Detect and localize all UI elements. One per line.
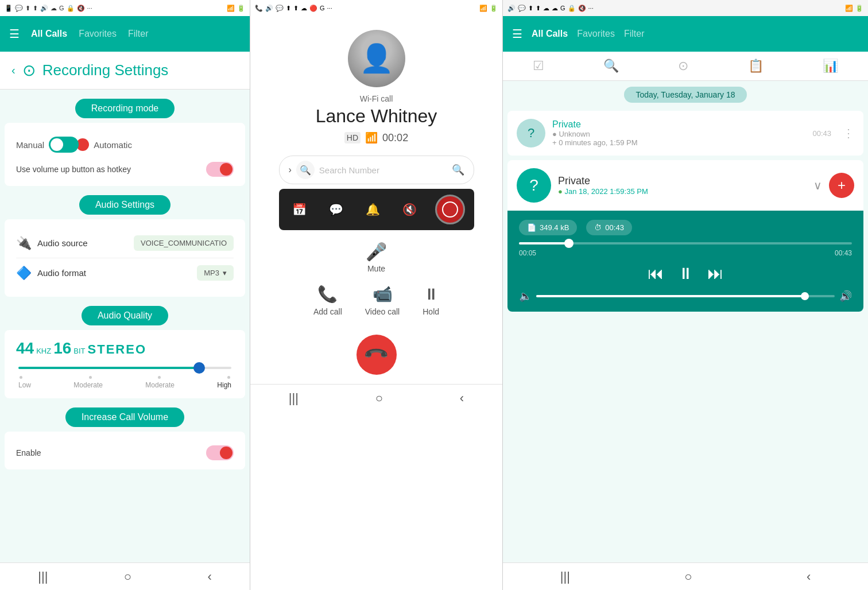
- search-bar[interactable]: › 🔍 Search Number 🔍: [279, 156, 474, 184]
- end-call-button[interactable]: 📞: [356, 335, 397, 375]
- tab-all-calls-p3[interactable]: All Calls: [532, 29, 568, 39]
- call-actions: 📞 Add call 📹 Video call ⏸ Hold: [313, 285, 439, 316]
- chevron-down-icon[interactable]: ∨: [813, 178, 822, 192]
- rec-icon-p2: 🔴: [309, 5, 317, 12]
- slider-thumb[interactable]: [193, 362, 205, 374]
- circle-filter-icon[interactable]: ⊙: [678, 59, 688, 73]
- audio-source-label: Audio source: [37, 238, 88, 248]
- audio-settings-chip[interactable]: Audio Settings: [79, 195, 170, 215]
- search-input[interactable]: Search Number: [319, 165, 447, 175]
- audio-source-value[interactable]: VOICE_COMMUNICATIO: [134, 235, 234, 251]
- upload2-icon: ⬆: [33, 5, 38, 12]
- audio-quality-chip[interactable]: Audio Quality: [82, 306, 168, 325]
- slider-track[interactable]: [18, 367, 231, 369]
- search-circle[interactable]: 🔍: [296, 161, 315, 179]
- signal-icon: 📱: [5, 5, 13, 12]
- search-end-icon[interactable]: 🔍: [452, 164, 464, 176]
- progress-thumb[interactable]: [564, 239, 574, 248]
- audio-format-icon: 🔷: [16, 266, 32, 281]
- search-filter-icon[interactable]: 🔍: [603, 59, 619, 73]
- nav-home-icon[interactable]: ○: [124, 569, 131, 584]
- volume-thumb[interactable]: [801, 292, 809, 300]
- hotkey-row: Use volume up button as hotkey: [16, 157, 234, 177]
- call-more-icon[interactable]: ⋮: [843, 126, 854, 140]
- search-icon[interactable]: 🔍: [300, 165, 311, 176]
- search-chevron-icon[interactable]: ›: [289, 165, 292, 175]
- bottom-nav-panel1: ||| ○ ‹: [0, 562, 250, 590]
- call-info: Private ● Unknown + 0 minutes ago, 1:59 …: [552, 119, 805, 147]
- upload2-icon-p2: ⬆: [293, 5, 299, 12]
- audio-format-select[interactable]: MP3 ▾: [197, 265, 234, 281]
- end-time: 00:43: [835, 249, 852, 257]
- label-moderate1: Moderate: [73, 381, 103, 389]
- rewind-button[interactable]: ⏮: [648, 264, 664, 283]
- calendar-button[interactable]: 📅: [288, 198, 311, 221]
- calendar-icon: 📅: [292, 203, 307, 216]
- nav-recent-icon[interactable]: |||: [38, 569, 48, 584]
- quality-slider[interactable]: Low Moderate Moderate High: [16, 367, 234, 389]
- manual-label: Manual: [16, 140, 44, 150]
- manual-auto-toggle[interactable]: [49, 137, 89, 153]
- enable-toggle[interactable]: [206, 445, 234, 460]
- nav-recent-p3[interactable]: |||: [560, 569, 570, 584]
- increase-call-volume-card: Enable: [5, 432, 245, 469]
- chart-filter-icon[interactable]: 📊: [823, 59, 838, 73]
- add-call-button[interactable]: 📞 Add call: [313, 285, 342, 316]
- recording-settings-header: ‹ ⊙ Recording Settings: [0, 52, 250, 90]
- clock-icon: ⏱: [594, 223, 602, 232]
- recording-mode-chip[interactable]: Recording mode: [75, 99, 175, 118]
- pause-button[interactable]: ⏸: [677, 264, 693, 283]
- player-progress-bar[interactable]: [519, 242, 852, 244]
- battery-icon: 🔋: [237, 5, 245, 12]
- tab-filter[interactable]: Filter: [128, 29, 149, 39]
- copy-filter-icon[interactable]: 📋: [748, 59, 764, 73]
- back-button[interactable]: ‹: [11, 64, 16, 77]
- message-button[interactable]: 💬: [325, 198, 348, 221]
- forward-button[interactable]: ⏭: [707, 264, 723, 283]
- all-calls-panel: 🔊 💬 ⬆ ⬆ ☁ ☁ G 🔒 🔇 ··· 📶 🔋 ☰ All Calls Fa…: [503, 0, 868, 590]
- tab-filter-p3[interactable]: Filter: [624, 29, 645, 39]
- tab-favorites[interactable]: Favorites: [79, 29, 117, 39]
- mute-section: 🎤 Mute: [366, 242, 387, 273]
- increase-call-volume-chip[interactable]: Increase Call Volume: [65, 407, 184, 427]
- volume-slider[interactable]: [536, 295, 835, 297]
- audio-settings-section: Audio Settings: [0, 195, 250, 215]
- status-icons-right: 📶 🔋: [227, 5, 245, 12]
- nav-home-p2[interactable]: ○: [375, 391, 383, 406]
- add-call-label: Add call: [313, 307, 342, 316]
- video-call-label: Video call: [365, 307, 400, 316]
- tab-favorites-p3[interactable]: Favorites: [577, 29, 615, 39]
- add-recording-button[interactable]: +: [829, 173, 854, 198]
- video-call-button[interactable]: 📹 Video call: [365, 285, 400, 316]
- nav-back-p3[interactable]: ‹: [807, 569, 811, 584]
- tab-all-calls[interactable]: All Calls: [31, 29, 67, 39]
- record-button[interactable]: [435, 195, 465, 224]
- dot-high: [227, 376, 230, 379]
- lock-icon: 🔒: [67, 5, 75, 12]
- check-filter-icon[interactable]: ☑: [533, 59, 544, 73]
- recording-content: Recording mode Manual Automatic Use volu…: [0, 90, 250, 562]
- mic-mute-icon[interactable]: 🎤: [366, 242, 387, 262]
- nav-home-p3[interactable]: ○: [684, 569, 692, 584]
- msg-icon-p2: 💬: [276, 5, 284, 12]
- more-icon: ···: [87, 5, 92, 11]
- hotkey-toggle[interactable]: [206, 162, 234, 177]
- audio-source-icon: 🔌: [16, 236, 32, 251]
- enable-label: Enable: [16, 448, 41, 457]
- enable-row: Enable: [16, 441, 234, 460]
- hold-button[interactable]: ⏸ Hold: [423, 285, 439, 316]
- menu-icon[interactable]: ☰: [9, 27, 20, 41]
- nav-back-p2[interactable]: ‹: [460, 391, 464, 406]
- toggle-switch[interactable]: [49, 137, 79, 153]
- menu-icon-p3[interactable]: ☰: [512, 27, 522, 41]
- nav-back-icon[interactable]: ‹: [207, 569, 211, 584]
- hold-icon: ⏸: [423, 285, 439, 304]
- nav-recent-p2[interactable]: |||: [289, 391, 299, 406]
- call-list-item[interactable]: ? Private ● Unknown + 0 minutes ago, 1:5…: [507, 111, 863, 156]
- current-time: 00:05: [519, 249, 536, 257]
- audio-format-label: Audio format: [37, 268, 86, 278]
- bottom-nav-panel2: ||| ○ ‹: [250, 384, 502, 412]
- notification-button[interactable]: 🔔: [362, 198, 385, 221]
- battery-p2: 🔋: [490, 5, 498, 12]
- mute-toolbar-button[interactable]: 🔇: [398, 198, 421, 221]
